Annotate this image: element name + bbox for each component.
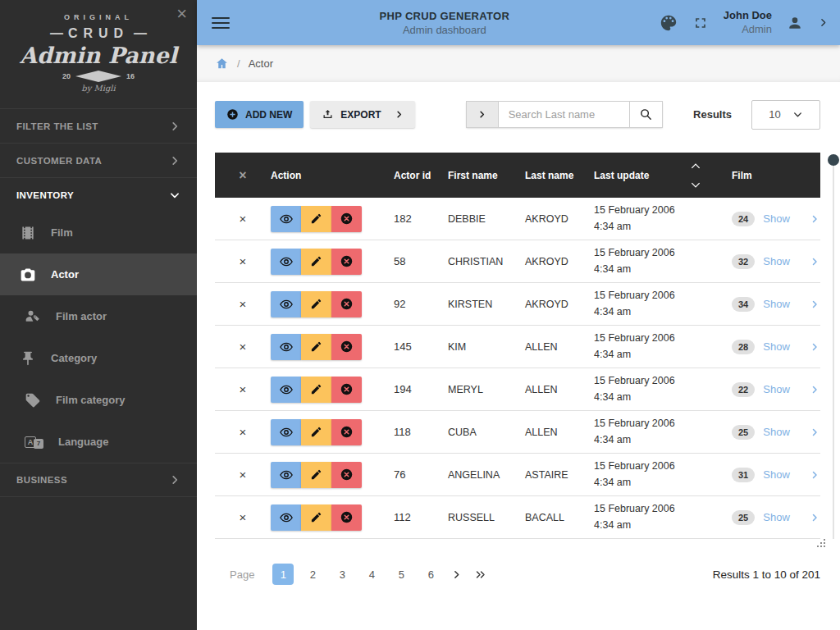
show-films-link[interactable]: Show [763, 426, 790, 438]
edit-button[interactable] [301, 291, 331, 317]
sidebar-section-filter-the-list[interactable]: FILTER THE LIST [0, 108, 197, 143]
row-remove-icon[interactable]: × [215, 510, 271, 524]
chevron-right-icon[interactable] [810, 299, 819, 309]
view-button[interactable] [271, 249, 301, 275]
view-button[interactable] [271, 291, 301, 317]
chevron-right-icon[interactable] [810, 385, 819, 395]
page-button-5[interactable]: 5 [390, 564, 412, 585]
edit-button[interactable] [301, 334, 331, 360]
home-icon[interactable] [215, 57, 229, 71]
page-button-1[interactable]: 1 [272, 564, 294, 585]
fullscreen-icon[interactable] [692, 15, 709, 31]
hamburger-menu-icon[interactable] [212, 14, 230, 32]
chevron-right-icon[interactable] [810, 513, 819, 523]
chevron-right-icon[interactable] [818, 17, 829, 28]
row-actions [271, 249, 394, 275]
user-block[interactable]: John Doe Admin [724, 9, 772, 36]
delete-button[interactable] [331, 419, 362, 445]
sidebar-item-film-category[interactable]: Film category [0, 379, 197, 421]
view-button[interactable] [271, 206, 301, 232]
show-films-link[interactable]: Show [763, 298, 790, 310]
chevron-right-icon[interactable] [810, 257, 819, 267]
view-button[interactable] [271, 377, 301, 403]
edit-button[interactable] [301, 462, 331, 488]
edit-button[interactable] [301, 419, 331, 445]
sidebar-item-language[interactable]: A7 Language [0, 421, 197, 463]
col-actor-id[interactable]: Actor id [394, 170, 448, 181]
chevron-right-icon[interactable] [810, 427, 819, 437]
logo-diamond-shape [75, 71, 121, 82]
search-button[interactable] [630, 101, 663, 128]
chevron-right-icon [169, 121, 180, 132]
page-button-6[interactable]: 6 [420, 564, 441, 585]
chevron-right-icon[interactable] [810, 214, 819, 224]
page-button-4[interactable]: 4 [361, 564, 382, 585]
show-films-link[interactable]: Show [763, 340, 790, 353]
page-button-3[interactable]: 3 [331, 564, 353, 585]
last-page-button[interactable] [473, 569, 487, 580]
sidebar-section-business[interactable]: BUSINESS [0, 463, 197, 497]
row-remove-icon[interactable]: × [215, 254, 271, 268]
row-remove-icon[interactable]: × [215, 212, 271, 226]
delete-button[interactable] [331, 249, 362, 275]
delete-button[interactable] [331, 504, 362, 531]
page-size-select[interactable]: 10 [751, 100, 820, 130]
row-remove-icon[interactable]: × [215, 297, 271, 311]
sort-descending-icon[interactable] [690, 181, 701, 189]
header-actions: John Doe Admin [660, 9, 829, 36]
edit-button[interactable] [301, 206, 331, 232]
col-last-update[interactable]: Last update [594, 170, 684, 181]
show-films-link[interactable]: Show [763, 511, 790, 523]
sidebar-item-category[interactable]: Category [0, 337, 197, 379]
cell-last-update: 15 February 20064:34 am [594, 459, 684, 491]
view-button[interactable] [271, 462, 301, 488]
edit-button[interactable] [301, 249, 331, 275]
page-button-2[interactable]: 2 [302, 564, 323, 585]
scrollbar-track[interactable] [833, 160, 834, 539]
view-button[interactable] [271, 334, 301, 360]
chevron-right-icon[interactable] [810, 470, 819, 480]
clear-filters-icon[interactable]: × [215, 168, 271, 183]
edit-button[interactable] [301, 377, 331, 403]
edit-button[interactable] [301, 504, 331, 531]
sidebar-section-customer-data[interactable]: CUSTOMER DATA [0, 143, 197, 177]
logo-original-text: ORIGINAL [0, 13, 197, 21]
col-last-name[interactable]: Last name [525, 170, 594, 181]
sidebar-item-actor[interactable]: Actor [0, 253, 197, 295]
delete-button[interactable] [331, 334, 362, 360]
scrollbar-thumb[interactable] [828, 154, 839, 166]
sidebar-item-film-actor[interactable]: Film actor [0, 295, 197, 337]
view-button[interactable] [271, 504, 301, 531]
export-button[interactable]: EXPORT [310, 101, 414, 128]
sidebar-section-inventory[interactable]: INVENTORY [0, 177, 197, 212]
show-films-link[interactable]: Show [763, 212, 790, 225]
cell-film: 31 Show [707, 468, 820, 482]
view-button[interactable] [271, 419, 301, 445]
search-input[interactable] [499, 101, 630, 128]
delete-button[interactable] [331, 462, 362, 488]
sidebar-item-film[interactable]: Film [0, 212, 197, 253]
col-first-name[interactable]: First name [448, 170, 525, 181]
cell-actor-id: 76 [394, 468, 448, 481]
row-remove-icon[interactable]: × [215, 340, 271, 354]
person-icon[interactable] [787, 15, 803, 31]
row-remove-icon[interactable]: × [215, 425, 271, 439]
cell-last-update: 15 February 20064:34 am [594, 331, 684, 363]
next-page-button[interactable] [451, 569, 462, 580]
palette-icon[interactable] [660, 14, 678, 32]
delete-button[interactable] [331, 291, 362, 317]
chevron-right-icon[interactable] [810, 342, 819, 352]
delete-button[interactable] [331, 206, 362, 232]
add-new-button[interactable]: ADD NEW [215, 101, 304, 128]
show-films-link[interactable]: Show [763, 383, 790, 395]
cell-last-update: 15 February 20064:34 am [594, 501, 684, 533]
search-field-toggle-button[interactable] [466, 101, 499, 128]
delete-button[interactable] [331, 377, 362, 403]
show-films-link[interactable]: Show [763, 468, 790, 481]
show-films-link[interactable]: Show [763, 255, 790, 267]
row-remove-icon[interactable]: × [215, 382, 271, 396]
resize-grip[interactable] [817, 539, 825, 547]
row-remove-icon[interactable]: × [215, 468, 271, 482]
sidebar-close-icon[interactable]: × [176, 5, 187, 23]
sort-ascending-icon[interactable] [690, 162, 701, 170]
